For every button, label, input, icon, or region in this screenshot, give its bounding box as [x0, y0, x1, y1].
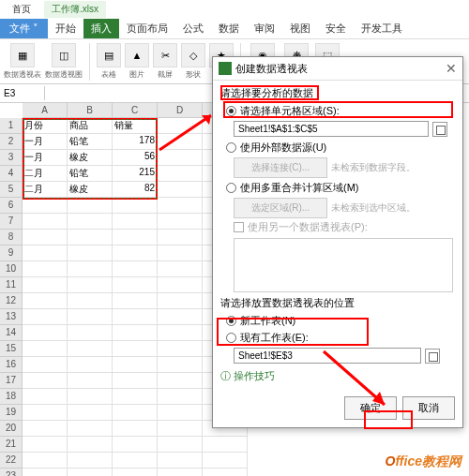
cell[interactable]: [68, 198, 113, 214]
cell[interactable]: [158, 230, 203, 245]
row-header[interactable]: 22: [0, 453, 23, 469]
cell[interactable]: [68, 309, 113, 325]
row-header[interactable]: 8: [0, 230, 23, 245]
cell[interactable]: [68, 245, 113, 261]
radio-external[interactable]: 使用外部数据源(U): [226, 141, 455, 155]
cell[interactable]: [68, 214, 113, 230]
name-box[interactable]: E3: [0, 86, 45, 100]
cell[interactable]: [158, 405, 203, 421]
ribbon-pivotchart[interactable]: ◫数据透视图: [45, 43, 83, 80]
row-header[interactable]: 23: [0, 469, 23, 476]
row-header[interactable]: 12: [0, 293, 23, 309]
cell[interactable]: [158, 166, 203, 182]
cell[interactable]: 销量: [113, 118, 158, 134]
row-header[interactable]: 20: [0, 421, 23, 437]
cell[interactable]: [23, 373, 68, 389]
menu-dev[interactable]: 开发工具: [354, 19, 410, 38]
cell[interactable]: [158, 357, 203, 373]
menu-file[interactable]: 文件 ˅: [0, 19, 48, 38]
cell[interactable]: [68, 357, 113, 373]
range-picker-icon[interactable]: [432, 122, 447, 137]
ok-button[interactable]: 确定: [344, 396, 397, 420]
cell[interactable]: [23, 357, 68, 373]
cell[interactable]: [158, 245, 203, 261]
row-header[interactable]: 7: [0, 214, 23, 230]
row-header[interactable]: 18: [0, 389, 23, 405]
cell[interactable]: [158, 325, 203, 341]
col-b[interactable]: B: [68, 103, 113, 118]
ribbon-table[interactable]: ▤表格: [97, 43, 121, 80]
cell[interactable]: [68, 325, 113, 341]
row-header[interactable]: 19: [0, 405, 23, 421]
row-header[interactable]: 13: [0, 309, 23, 325]
cell[interactable]: [68, 453, 113, 469]
cell[interactable]: 82: [113, 182, 158, 198]
cell[interactable]: [158, 118, 203, 134]
cell[interactable]: [23, 293, 68, 309]
cell[interactable]: [203, 453, 248, 469]
cell[interactable]: 商品: [68, 118, 113, 134]
cell[interactable]: 215: [113, 166, 158, 182]
cell[interactable]: [158, 389, 203, 405]
cell[interactable]: 一月: [23, 150, 68, 166]
cell[interactable]: [23, 261, 68, 277]
cell[interactable]: [23, 421, 68, 437]
cell[interactable]: 二月: [23, 166, 68, 182]
row-header[interactable]: 16: [0, 357, 23, 373]
cell[interactable]: [113, 309, 158, 325]
cell[interactable]: [68, 293, 113, 309]
cell[interactable]: [158, 134, 203, 150]
ribbon-pivot[interactable]: ▦数据透视表: [4, 43, 41, 80]
cell[interactable]: [68, 341, 113, 357]
cell[interactable]: 二月: [23, 182, 68, 198]
row-header[interactable]: 9: [0, 245, 23, 261]
existing-location-input[interactable]: [234, 348, 421, 364]
range-picker-icon[interactable]: [425, 349, 440, 364]
cell[interactable]: [113, 373, 158, 389]
radio-select-range[interactable]: 请选择单元格区域(S):: [226, 104, 455, 118]
cell[interactable]: [113, 405, 158, 421]
cell[interactable]: [23, 453, 68, 469]
tab-workbook[interactable]: 工作簿.xlsx: [44, 1, 106, 18]
radio-multi[interactable]: 使用多重合并计算区域(M): [226, 181, 455, 195]
row-header[interactable]: 6: [0, 198, 23, 214]
row-header[interactable]: 14: [0, 325, 23, 341]
cell[interactable]: [158, 150, 203, 166]
cell[interactable]: [113, 261, 158, 277]
cell[interactable]: [23, 214, 68, 230]
cell[interactable]: [113, 341, 158, 357]
cell[interactable]: [68, 405, 113, 421]
tab-home[interactable]: 首页: [5, 1, 38, 18]
cell[interactable]: [23, 325, 68, 341]
menu-data[interactable]: 数据: [211, 19, 247, 38]
cell[interactable]: [23, 389, 68, 405]
cell[interactable]: [158, 293, 203, 309]
row-header[interactable]: 5: [0, 182, 23, 198]
cell[interactable]: [23, 405, 68, 421]
cell[interactable]: 橡皮: [68, 182, 113, 198]
cell[interactable]: 铅笔: [68, 166, 113, 182]
cell[interactable]: [113, 245, 158, 261]
row-header[interactable]: 1: [0, 118, 23, 134]
row-header[interactable]: 11: [0, 277, 23, 293]
radio-existing[interactable]: 现有工作表(E):: [226, 331, 455, 345]
row-header[interactable]: 4: [0, 166, 23, 182]
cell[interactable]: 月份: [23, 118, 68, 134]
cell[interactable]: [113, 277, 158, 293]
cell[interactable]: [113, 357, 158, 373]
close-icon[interactable]: ✕: [446, 61, 457, 76]
cell[interactable]: [68, 373, 113, 389]
menu-layout[interactable]: 页面布局: [119, 19, 175, 38]
row-header[interactable]: 21: [0, 437, 23, 453]
cell[interactable]: [203, 469, 248, 476]
cell[interactable]: [113, 437, 158, 453]
cell[interactable]: [158, 309, 203, 325]
cell[interactable]: [158, 437, 203, 453]
cell[interactable]: [23, 469, 68, 476]
ribbon-shapes[interactable]: ◇形状: [181, 43, 205, 80]
cell[interactable]: [113, 230, 158, 245]
col-c[interactable]: C: [113, 103, 158, 118]
cell[interactable]: [158, 453, 203, 469]
cell[interactable]: [68, 469, 113, 476]
cell[interactable]: [113, 389, 158, 405]
